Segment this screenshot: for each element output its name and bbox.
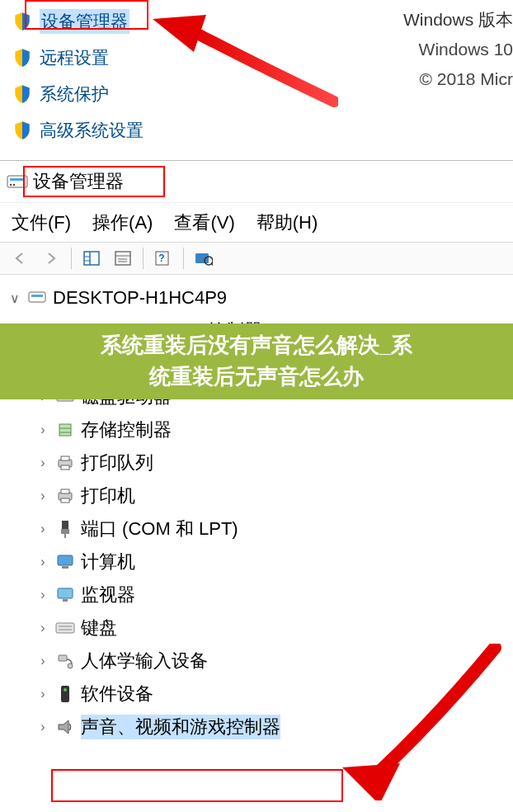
svg-rect-30: [61, 456, 69, 460]
tree-node-hid[interactable]: › 人体学输入设备: [7, 644, 513, 677]
svg-marker-50: [342, 763, 400, 800]
tree-node-sound[interactable]: › 声音、视频和游戏控制器: [7, 710, 513, 744]
expand-icon[interactable]: ›: [35, 588, 51, 602]
shield-icon: [12, 120, 33, 141]
banner-line: 统重装后无声音怎么办: [149, 361, 364, 393]
svg-rect-40: [58, 588, 73, 598]
menu-bar: 文件(F) 操作(A) 查看(V) 帮助(H): [0, 202, 513, 242]
cp-link-label: 远程设置: [40, 46, 109, 69]
toolbar-scan-button[interactable]: [189, 245, 219, 271]
tree-root-label: DESKTOP-H1HC4P9: [53, 287, 227, 309]
toolbar-forward-button[interactable]: [36, 245, 66, 271]
expand-icon[interactable]: ›: [35, 423, 51, 437]
svg-rect-34: [61, 498, 69, 503]
toolbar: ?: [0, 242, 513, 275]
hid-icon: [54, 650, 76, 672]
expand-icon[interactable]: ›: [35, 654, 51, 668]
svg-rect-35: [62, 521, 68, 529]
svg-rect-26: [59, 424, 71, 436]
storage-controller-icon: [54, 419, 76, 441]
sound-icon: [54, 716, 76, 738]
tree-node-software-devices[interactable]: › 软件设备: [7, 677, 513, 710]
windows-version-block: Windows 版本 Windows 10 © 2018 Micr: [403, 5, 513, 94]
menu-help[interactable]: 帮助(H): [256, 210, 318, 235]
tree-node-label: 计算机: [81, 550, 135, 574]
tree-node-label: 打印机: [81, 484, 135, 508]
shield-icon: [12, 47, 33, 68]
annotation-red-box-title: [23, 166, 165, 197]
tree-node-label: 人体学输入设备: [81, 649, 208, 673]
tree-root[interactable]: ∨ DESKTOP-H1HC4P9: [7, 281, 513, 314]
collapse-icon[interactable]: ∨: [7, 290, 23, 306]
expand-icon[interactable]: ›: [35, 456, 51, 470]
annotation-red-box-top: [25, 0, 148, 30]
tree-node-label: 打印队列: [81, 451, 153, 475]
svg-rect-41: [63, 599, 68, 602]
computer-icon: [54, 551, 76, 573]
toolbar-separator: [183, 248, 184, 269]
menu-file[interactable]: 文件(F): [12, 210, 71, 235]
expand-icon[interactable]: ›: [35, 687, 51, 701]
winver-line: Windows 10: [403, 35, 513, 64]
monitor-icon: [54, 584, 76, 606]
tree-node-label: 声音、视频和游戏控制器: [81, 715, 280, 739]
svg-rect-45: [59, 655, 67, 661]
expand-icon[interactable]: ›: [35, 621, 51, 635]
svg-rect-38: [58, 555, 73, 565]
tree-node-ports[interactable]: › 端口 (COM 和 LPT): [7, 512, 513, 545]
toolbar-properties-button[interactable]: [108, 245, 138, 271]
toolbar-help-button[interactable]: ?: [148, 245, 178, 271]
expand-icon[interactable]: ›: [35, 489, 51, 503]
tree-node-label: 端口 (COM 和 LPT): [81, 517, 238, 541]
printer-icon: [54, 485, 76, 507]
svg-rect-15: [195, 253, 209, 263]
svg-rect-31: [61, 465, 69, 470]
svg-rect-36: [61, 529, 69, 534]
svg-rect-9: [115, 252, 130, 265]
svg-marker-49: [59, 720, 68, 734]
svg-text:?: ?: [158, 253, 164, 264]
cp-link-advanced-settings[interactable]: 高级系统设置: [12, 112, 513, 149]
tree-node-printers[interactable]: › 打印机: [7, 479, 513, 512]
tree-node-storage-controllers[interactable]: › 存储控制器: [7, 413, 513, 446]
expand-icon[interactable]: ›: [35, 555, 51, 569]
tree-node-monitors[interactable]: › 监视器: [7, 578, 513, 611]
tree-node-label: 软件设备: [81, 682, 153, 706]
tree-node-label: 存储控制器: [81, 418, 172, 442]
svg-point-3: [10, 184, 12, 186]
cp-link-label: 系统保护: [40, 83, 109, 106]
annotation-red-box-sound: [51, 769, 343, 802]
tree-node-label: 监视器: [81, 583, 135, 607]
tree-node-print-queues[interactable]: › 打印队列: [7, 446, 513, 479]
svg-rect-42: [56, 623, 74, 633]
toolbar-back-button[interactable]: [5, 245, 35, 271]
menu-view[interactable]: 查看(V): [174, 210, 234, 235]
svg-rect-46: [68, 663, 73, 668]
tree-node-keyboards[interactable]: › 键盘: [7, 611, 513, 644]
tree-node-label: 键盘: [81, 616, 117, 640]
print-queue-icon: [54, 452, 76, 474]
toolbar-separator: [71, 248, 72, 269]
svg-rect-5: [84, 252, 99, 265]
expand-icon[interactable]: ›: [35, 522, 51, 536]
svg-point-48: [64, 688, 67, 692]
software-device-icon: [54, 683, 76, 705]
svg-point-4: [13, 184, 15, 186]
cp-link-label: 高级系统设置: [40, 119, 144, 142]
svg-rect-39: [62, 566, 68, 569]
expand-icon[interactable]: ›: [35, 720, 51, 734]
svg-rect-33: [61, 489, 69, 493]
computer-icon: [26, 287, 48, 309]
keyboard-icon: [54, 617, 76, 639]
winver-line: © 2018 Micr: [403, 64, 513, 94]
window-titlebar: 设备管理器: [0, 161, 513, 202]
menu-action[interactable]: 操作(A): [92, 210, 153, 235]
ports-icon: [54, 518, 76, 540]
banner-line: 系统重装后没有声音怎么解决_系: [101, 330, 412, 361]
shield-icon: [12, 83, 33, 105]
toolbar-separator: [143, 248, 144, 269]
toolbar-show-hide-button[interactable]: [77, 245, 106, 271]
svg-rect-19: [31, 295, 43, 297]
tree-node-computer[interactable]: › 计算机: [7, 545, 513, 578]
overlay-banner: 系统重装后没有声音怎么解决_系 统重装后无声音怎么办: [0, 323, 513, 399]
